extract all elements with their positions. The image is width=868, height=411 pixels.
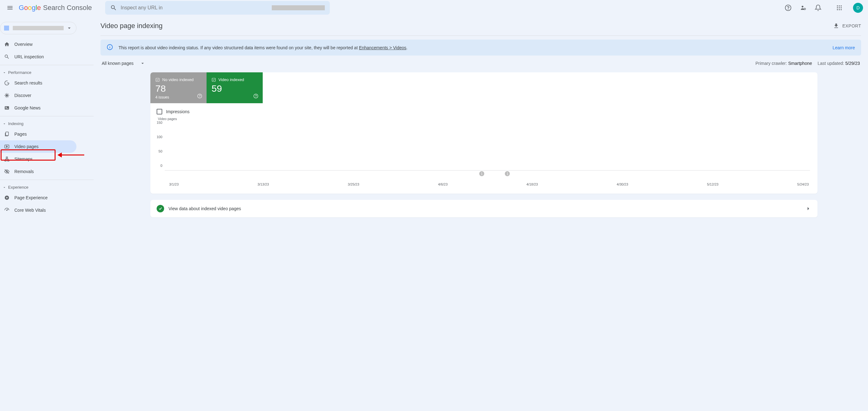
apps-grid-button[interactable] [833, 2, 845, 14]
property-selector[interactable] [0, 22, 76, 34]
export-button[interactable]: EXPORT [833, 23, 861, 29]
chart-note-marker[interactable]: 1 [479, 171, 484, 176]
account-avatar[interactable]: D [853, 3, 863, 13]
last-updated: Last updated: 5/29/23 [818, 61, 860, 66]
x-tick: 5/24/23 [797, 183, 809, 186]
impressions-checkbox[interactable] [157, 109, 162, 115]
sidebar-item-pages[interactable]: Pages [0, 128, 76, 140]
chevron-down-icon [140, 61, 145, 66]
asterisk-icon [4, 93, 10, 98]
sidebar-item-label: Search results [14, 81, 42, 86]
sidebar-item-sitemaps[interactable]: Sitemaps [0, 153, 76, 165]
sidebar-item-google-news[interactable]: Google News [0, 102, 76, 114]
svg-point-25 [6, 210, 7, 211]
google-logo-icon: Google [19, 4, 42, 11]
report-card: No video indexed 78 4 issues Video index… [150, 72, 817, 194]
sidebar-item-core-web-vitals[interactable]: Core Web Vitals [0, 204, 76, 216]
svg-rect-16 [6, 108, 8, 108]
sidebar-item-search-results[interactable]: Search results [0, 77, 76, 89]
sidebar: Overview URL inspection Performance Sear… [0, 15, 94, 411]
sidebar-section-indexing[interactable]: Indexing [0, 118, 94, 128]
chart-note-marker[interactable]: 1 [505, 171, 510, 176]
svg-point-7 [841, 5, 842, 6]
sidebar-item-discover[interactable]: Discover [0, 89, 76, 102]
svg-rect-14 [5, 106, 9, 110]
hamburger-menu[interactable] [2, 0, 18, 15]
check-circle-icon [157, 205, 164, 212]
checkbox-checked-icon [155, 77, 160, 82]
svg-point-10 [841, 7, 842, 8]
google-g-icon [4, 80, 10, 86]
page-title: Video page indexing [100, 22, 162, 30]
enhancements-videos-link[interactable]: Enhancements > Videos [359, 45, 406, 50]
plus-circle-icon [4, 195, 10, 200]
svg-rect-20 [6, 157, 8, 158]
impressions-label: Impressions [166, 109, 189, 114]
url-search-bar[interactable] [105, 1, 330, 15]
search-icon [110, 4, 117, 11]
sidebar-item-video-pages[interactable]: Video pages [0, 140, 76, 153]
eye-off-icon [4, 169, 10, 174]
svg-rect-18 [6, 132, 8, 135]
sidebar-item-overview[interactable]: Overview [0, 38, 76, 51]
footer-link-label: View data about indexed video pages [168, 206, 241, 211]
x-tick: 5/12/23 [707, 183, 718, 186]
x-tick: 3/1/23 [169, 183, 179, 186]
x-tick: 4/30/23 [617, 183, 628, 186]
logo[interactable]: Google Search Console [19, 4, 92, 12]
sidebar-item-page-experience[interactable]: Page Experience [0, 191, 76, 204]
info-banner: This report is about video indexing stat… [100, 40, 861, 56]
sidebar-section-experience[interactable]: Experience [0, 182, 94, 191]
sidebar-item-label: Video pages [14, 144, 39, 149]
pages-icon [4, 131, 10, 137]
svg-point-5 [837, 5, 838, 6]
chevron-down-icon [2, 71, 6, 74]
stat-value: 78 [155, 83, 202, 94]
svg-rect-30 [212, 78, 216, 82]
help-icon[interactable] [197, 94, 202, 99]
search-icon [4, 54, 10, 60]
chart-title: Video pages [158, 117, 810, 121]
sidebar-item-label: URL inspection [14, 54, 44, 59]
stat-sub: 4 issues [155, 95, 202, 99]
svg-rect-22 [7, 160, 9, 161]
speed-icon [4, 208, 10, 213]
svg-text:Google: Google [19, 4, 41, 11]
home-icon [4, 41, 10, 47]
svg-rect-27 [156, 78, 159, 82]
help-button[interactable] [782, 2, 794, 14]
sidebar-item-url-inspection[interactable]: URL inspection [0, 51, 76, 63]
primary-crawler: Primary crawler: Smartphone [755, 61, 812, 66]
learn-more-link[interactable]: Learn more [832, 45, 855, 50]
sidebar-section-performance[interactable]: Performance [0, 67, 94, 77]
svg-point-6 [839, 5, 840, 6]
help-icon[interactable] [253, 94, 258, 99]
sidebar-item-label: Core Web Vitals [14, 208, 46, 213]
svg-point-32 [256, 97, 256, 97]
svg-point-11 [837, 9, 838, 10]
x-tick: 4/6/23 [438, 183, 448, 186]
svg-point-29 [200, 97, 200, 97]
svg-point-3 [802, 6, 803, 7]
svg-rect-17 [6, 108, 8, 109]
people-settings-button[interactable] [797, 2, 809, 14]
sidebar-item-label: Pages [14, 132, 27, 136]
info-icon [107, 44, 113, 51]
product-name: Search Console [43, 4, 92, 12]
svg-point-2 [788, 9, 788, 9]
stat-tab-no-video-indexed[interactable]: No video indexed 78 4 issues [150, 72, 207, 103]
svg-rect-15 [6, 107, 7, 107]
chevron-down-icon [66, 25, 72, 31]
x-tick: 3/25/23 [348, 183, 360, 186]
stat-tab-video-indexed[interactable]: Video indexed 59 [207, 72, 263, 103]
x-tick: 3/13/23 [257, 183, 269, 186]
download-icon [833, 23, 839, 29]
notifications-button[interactable] [812, 2, 824, 14]
filter-all-known-pages[interactable]: All known pages [102, 61, 145, 66]
property-name-redacted [13, 26, 64, 30]
sidebar-item-label: Discover [14, 93, 31, 98]
view-indexed-video-pages-row[interactable]: View data about indexed video pages [150, 200, 817, 217]
sidebar-item-removals[interactable]: Removals [0, 165, 76, 178]
chevron-right-icon [805, 205, 811, 212]
video-icon [4, 144, 10, 149]
